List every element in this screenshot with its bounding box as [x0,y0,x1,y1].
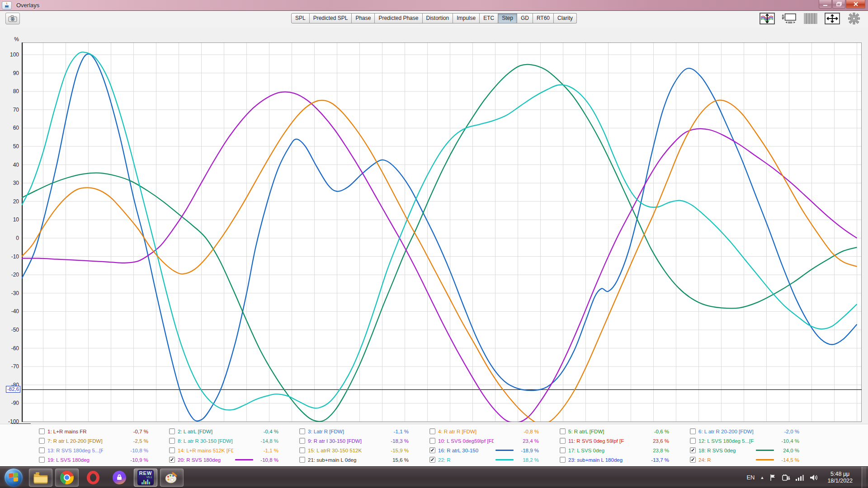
show-desktop-button[interactable] [862,467,866,488]
legend-value: 23,6 % [646,438,669,444]
action-center-flag-icon[interactable] [769,474,777,481]
legend-checkbox[interactable] [560,457,566,463]
legend-checkbox-checked[interactable]: ✓ [429,457,435,463]
legend-line-swatch [365,440,383,441]
legend-value: -18,3 % [385,438,409,444]
legend-line-swatch [105,431,123,432]
settings-gear-icon[interactable] [846,13,862,24]
tab-spl[interactable]: SPL [291,13,310,23]
legend-checkbox[interactable] [429,438,435,444]
y-tick-label: 70 [0,107,19,113]
legend-checkbox[interactable] [299,447,305,453]
legend-value: -2,0 % [776,429,799,434]
legend-checkbox[interactable] [39,428,45,434]
java-app-icon [2,1,12,9]
taskbar-item-opera[interactable] [81,469,105,487]
legend-item: ✓22: R18,2 % [429,455,560,465]
y-tick-label: 100 [0,52,19,58]
legend-item: 13: R SVS 180deg 5...[FDW]-10,8 % [39,446,169,455]
legend-checkbox[interactable] [39,438,45,444]
taskbar-item-secure-browser[interactable] [108,469,131,487]
legend-line-swatch [756,431,774,432]
legend-item: ✓20: R SVS 180deg-10,8 % [169,455,299,465]
curve-24-r [22,100,857,422]
legend-checkbox-checked[interactable]: ✓ [690,447,696,453]
legend-checkbox[interactable] [39,447,45,453]
legend-label: 19: L SVS 180deg [47,457,103,463]
legend-value: -0,7 % [125,429,148,434]
legend-checkbox[interactable] [560,438,566,444]
legend-value: -14,8 % [255,438,278,444]
cursor-y-readout[interactable]: -82,6 [6,386,20,393]
legend-value: 18,2 % [515,457,539,463]
legend-line-swatch [365,459,383,460]
legend-checkbox[interactable] [690,428,696,434]
axis-limits-icon[interactable] [781,13,797,24]
taskbar-item-rew[interactable]: REWV5.1 [134,469,157,487]
legend-checkbox[interactable] [169,438,175,444]
tab-gd[interactable]: GD [517,13,533,23]
legend-label: 21: sub+main L 0deg [308,457,363,463]
legend-checkbox[interactable] [560,447,566,453]
legend-checkbox-checked[interactable]: ✓ [690,457,696,463]
tab-etc[interactable]: ETC [480,13,498,23]
language-indicator[interactable]: EN [746,474,755,481]
legend-checkbox-checked[interactable]: ✓ [169,457,175,463]
tab-predicted-phase[interactable]: Predicted Phase [375,13,422,23]
tab-phase[interactable]: Phase [352,13,375,23]
legend-checkbox[interactable] [39,457,45,463]
legend-item: 1: L+R mains FR-0,7 % [39,427,169,436]
volume-icon[interactable] [809,474,818,481]
normalize-traces-icon[interactable] [760,13,775,24]
legend-line-swatch [235,431,253,432]
legend-checkbox[interactable] [299,438,305,444]
tab-impulse[interactable]: Impulse [453,13,480,23]
measurement-legend: 1: L+R mains FR-0,7 %2: L atrL [FDW]-0,4… [0,424,868,466]
capture-graph-button[interactable] [5,13,20,24]
rew-app-icon: REWV5.1 [137,470,154,485]
legend-checkbox[interactable] [429,428,435,434]
legend-checkbox-checked[interactable]: ✓ [429,447,435,453]
pan-graph-icon[interactable] [825,13,840,24]
restore-button[interactable] [832,0,845,9]
lock-browser-icon [113,471,126,484]
power-plug-icon[interactable] [782,474,790,481]
legend-line-swatch [756,459,774,460]
plot-area[interactable] [22,42,862,422]
legend-label: 1: L+R mains FR [47,429,103,434]
tab-clarity[interactable]: Clarity [554,13,577,23]
legend-value: -10,9 % [125,457,148,463]
tab-step[interactable]: Step [498,13,517,23]
legend-value: 23,4 % [515,438,539,444]
legend-checkbox[interactable] [299,457,305,463]
taskbar-item-chrome[interactable] [55,469,79,487]
network-signal-icon[interactable] [796,474,804,481]
close-button[interactable] [846,0,865,9]
legend-label: 12: L SVS 180deg 5...[FDW] [698,438,754,444]
legend-checkbox[interactable] [299,428,305,434]
legend-checkbox[interactable] [169,428,175,434]
taskbar-item-explorer[interactable] [29,469,52,487]
legend-checkbox[interactable] [690,438,696,444]
taskbar-item-paint[interactable] [160,469,184,487]
legend-line-swatch [756,440,774,441]
spectrogram-palette-icon[interactable] [803,13,818,24]
tray-expand-icon[interactable]: ▲ [760,475,764,480]
legend-line-swatch [495,450,514,451]
y-tick-label: -90 [0,400,19,406]
legend-checkbox[interactable] [560,428,566,434]
tab-predicted-spl[interactable]: Predicted SPL [310,13,352,23]
tab-rt60[interactable]: RT60 [533,13,554,23]
legend-value: 15,6 % [385,457,409,463]
legend-value: -14,5 % [776,457,799,463]
clock[interactable]: 5:48 μμ 18/1/2022 [824,471,856,484]
legend-label: 3: Latr R [FDW] [308,429,363,434]
legend-checkbox[interactable] [169,447,175,453]
legend-item: 7: R atr L 20-200 [FDW]-2,5 % [39,436,169,446]
start-button[interactable] [5,469,23,487]
legend-line-swatch [495,459,514,460]
graph-tabs: SPLPredicted SPLPhasePredicted PhaseDist… [291,13,577,23]
y-tick-label: 0 [0,235,19,241]
minimize-button[interactable] [819,0,832,9]
tab-distortion[interactable]: Distortion [422,13,453,23]
